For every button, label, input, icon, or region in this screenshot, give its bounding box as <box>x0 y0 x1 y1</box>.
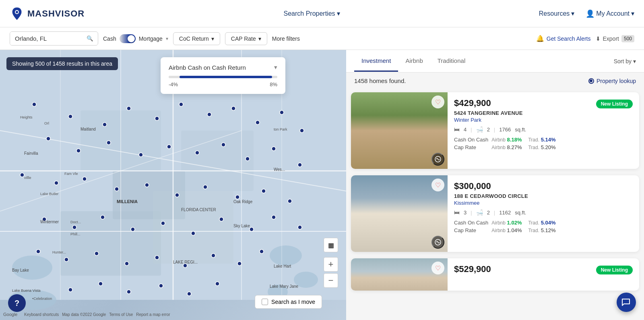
search-input[interactable] <box>10 32 83 45</box>
more-filters-button[interactable]: More filters <box>272 35 300 42</box>
chat-icon <box>621 297 631 307</box>
svg-point-66 <box>95 251 99 256</box>
report-map-error-link[interactable]: Report a map error <box>136 312 170 317</box>
map-background[interactable]: Maitland Fairvilla Wintermer MILLENIA FL… <box>0 50 346 320</box>
export-count: 500 <box>621 35 634 42</box>
search-icon: 🔍 <box>87 35 93 42</box>
search-button[interactable]: 🔍 <box>83 32 97 45</box>
card-price-3: $529,900 <box>454 264 491 274</box>
card-city-1[interactable]: Winter Park <box>454 117 633 123</box>
airbnb-label-2: Airbnb <box>491 220 506 226</box>
favorite-button-1[interactable]: ♡ <box>431 96 444 108</box>
svg-point-6 <box>270 245 302 266</box>
beds-count-2: 3 <box>464 210 466 216</box>
airbnb-label-1: Airbnb <box>491 137 506 143</box>
search-properties-chevron: ▾ <box>337 10 340 17</box>
mortgage-chevron: ▾ <box>166 36 168 42</box>
svg-point-42 <box>272 147 276 151</box>
main-nav: Search Properties ▾ <box>284 10 340 17</box>
search-as-move-checkbox[interactable] <box>262 299 268 305</box>
card-city-2[interactable]: Kissimmee <box>454 200 633 206</box>
coc-slider-track[interactable] <box>169 76 277 78</box>
filter-popup-chevron[interactable]: ▾ <box>274 64 277 71</box>
cap-chevron: ▾ <box>258 35 261 42</box>
chat-button[interactable] <box>617 293 636 312</box>
trad-cap-2: 5.12% <box>541 227 556 233</box>
card-info-2: $300,000 188 E CEDARWOOD CIRCLE Kissimme… <box>448 175 639 252</box>
svg-text:MILLENIA: MILLENIA <box>117 199 138 204</box>
tab-airbnb[interactable]: Airbnb <box>398 51 430 72</box>
results-count: 1458 homes found. <box>354 77 406 84</box>
svg-point-45 <box>54 181 58 185</box>
property-image-1[interactable]: ♡ <box>351 92 448 169</box>
new-listing-badge-1: New Listing <box>596 100 633 108</box>
svg-point-78 <box>215 282 219 286</box>
header-right: Resources ▾ 👤 My Account ▾ <box>539 9 634 18</box>
svg-text:Wes...: Wes... <box>274 167 285 172</box>
property-lookup-button[interactable]: Property lookup <box>588 78 636 84</box>
svg-point-67 <box>125 262 129 266</box>
property-image-2[interactable]: ♡ <box>351 175 448 252</box>
airbnb-cap-2: 1.04% <box>507 227 522 233</box>
search-alerts-button[interactable]: 🔔 Get Search Alerts <box>536 35 591 42</box>
svg-point-27 <box>155 116 159 121</box>
heatmap-button-1[interactable] <box>431 153 444 166</box>
export-button[interactable]: ⬇ Export 500 <box>596 35 635 42</box>
svg-point-56 <box>101 215 105 219</box>
property-image-3[interactable]: ♡ <box>351 258 448 291</box>
svg-point-37 <box>139 153 143 157</box>
cap-values-1: Airbnb 8.27% Trad. 5.20% <box>491 144 633 150</box>
svg-point-41 <box>246 157 250 161</box>
favorite-button-3[interactable]: ♡ <box>431 262 444 274</box>
toggle-knob <box>128 35 135 42</box>
svg-rect-12 <box>153 191 233 264</box>
my-account-nav[interactable]: 👤 My Account ▾ <box>586 9 634 18</box>
zoom-in-button[interactable]: + <box>324 257 338 272</box>
zoom-out-button[interactable]: − <box>324 273 338 288</box>
favorite-button-2[interactable]: ♡ <box>431 179 444 191</box>
svg-point-71 <box>237 262 242 266</box>
svg-point-62 <box>272 215 276 219</box>
sort-by-button[interactable]: Sort by ▾ <box>614 58 636 64</box>
svg-text:Maitland: Maitland <box>80 127 96 131</box>
terms-of-use-link[interactable]: Terms of Use <box>109 312 133 317</box>
map-layer-button[interactable]: ▦ <box>324 238 338 252</box>
search-input-wrap[interactable]: 🔍 <box>10 31 98 46</box>
help-button[interactable]: ? <box>8 294 26 312</box>
logo-text: MASHVISOR <box>27 8 85 19</box>
cash-mortgage-switch[interactable] <box>120 34 136 43</box>
card-specs-1: 🛏 4 | 🛁 2 | 1766 sq.ft. <box>454 126 633 133</box>
heatmap-button-2[interactable] <box>431 236 444 249</box>
search-as-move[interactable]: Search as I move <box>255 295 322 309</box>
coc-slider-fill <box>180 76 272 78</box>
bed-icon-1: 🛏 <box>454 126 460 133</box>
cap-label-1: Cap Rate <box>454 144 488 150</box>
svg-text:Lake Buena Vista: Lake Buena Vista <box>12 289 40 293</box>
coc-return-filter[interactable]: CoC Return ▾ <box>173 32 220 45</box>
main-layout: Maitland Fairvilla Wintermer MILLENIA FL… <box>0 50 644 320</box>
search-properties-nav[interactable]: Search Properties ▾ <box>284 10 340 17</box>
svg-point-30 <box>231 106 235 110</box>
svg-point-64 <box>36 249 40 254</box>
bell-icon: 🔔 <box>536 35 544 42</box>
svg-text:Doct...: Doct... <box>70 220 81 224</box>
svg-point-35 <box>76 149 80 153</box>
airbnb-coc-2: 1.02% <box>507 220 522 226</box>
svg-text:Phill...: Phill... <box>70 232 80 236</box>
google-logo: Google <box>3 312 17 317</box>
map-attribution: Keyboard shortcuts Map data ©2022 Google… <box>24 312 170 317</box>
tab-traditional[interactable]: Traditional <box>430 51 473 72</box>
svg-text:villle: villle <box>24 176 31 180</box>
resources-nav[interactable]: Resources ▾ <box>539 10 574 17</box>
sqft-unit-1: sq.ft. <box>515 127 526 133</box>
property-lookup-radio <box>588 78 594 84</box>
results-panel: Investment Airbnb Traditional Sort by ▾ … <box>346 50 644 320</box>
bath-icon-1: 🛁 <box>476 126 483 133</box>
svg-point-50 <box>203 185 207 189</box>
svg-point-58 <box>161 221 165 225</box>
tab-investment[interactable]: Investment <box>354 51 398 72</box>
cap-rate-filter[interactable]: CAP Rate ▾ <box>225 32 267 45</box>
keyboard-shortcuts-link[interactable]: Keyboard shortcuts <box>24 312 59 317</box>
svg-point-36 <box>107 141 111 145</box>
cap-values-2: Airbnb 1.04% Trad. 5.12% <box>491 227 633 233</box>
